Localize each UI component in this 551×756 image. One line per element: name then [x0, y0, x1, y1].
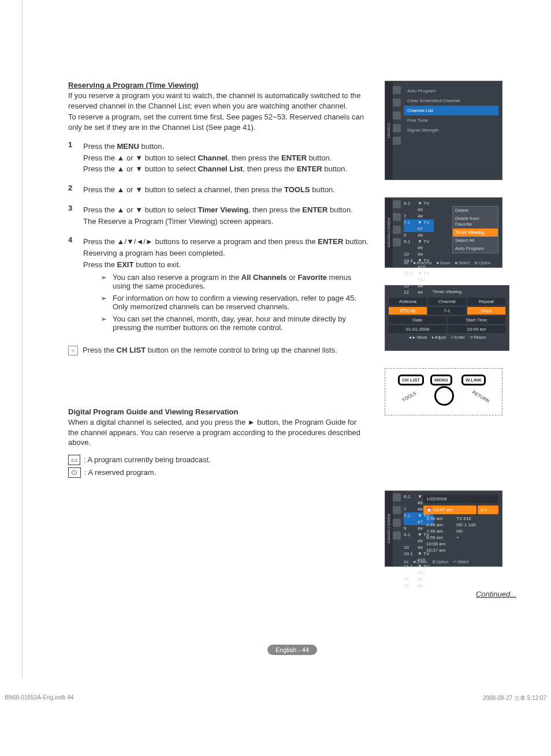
- remote-dpad-icon: [434, 386, 454, 406]
- footer-timestamp: 2008-08-27 오후 5:12:07: [483, 694, 546, 702]
- remote-label-tools: TOOLS: [401, 391, 418, 403]
- menu-item[interactable]: Auto Program: [404, 86, 498, 96]
- remote-btn-wlink[interactable]: W.LINK: [461, 375, 486, 386]
- hand-icon: ☜: [68, 346, 78, 355]
- figure-channel-menu: Channel Auto Program Clear Scrambled Cha…: [385, 81, 502, 180]
- step-3: 3 Press the ▲ or ▼ button to select Time…: [68, 204, 368, 227]
- continued: Continued...: [68, 590, 516, 598]
- menu-item[interactable]: Fine Tune: [404, 115, 498, 125]
- footer-file: BN68-01653A-Eng.indb 44: [5, 694, 74, 702]
- remote-label-return: RETURN: [471, 390, 490, 403]
- heading-reserving: Reserving a Program (Time Viewing): [68, 81, 368, 89]
- menu-icon: [393, 99, 401, 107]
- heading-digital-guide: Digital Program Guide and Viewing Reserv…: [68, 407, 368, 416]
- step-4: 4 Press the ▲/▼/◄/► buttons to reserve a…: [68, 235, 368, 332]
- menu-icon: [393, 111, 401, 119]
- legend: ▭: A program currently being broadcast. …: [68, 455, 368, 478]
- menu-icon: [393, 137, 401, 145]
- menu-icon: [393, 86, 401, 94]
- reserved-icon: ⏲: [68, 467, 81, 478]
- menu-item[interactable]: Clear Scrambled Channel: [404, 96, 498, 106]
- guide-selected-time[interactable]: ⏰ 12:47 am: [423, 506, 476, 514]
- page-number: English - 44: [267, 645, 317, 655]
- tools-popup: DeleteDelete from FavoriteTimer ViewingS…: [452, 206, 498, 253]
- note-arrow-icon: ➢: [100, 273, 107, 290]
- step-2: 2 Press the ▲ or ▼ button to select a ch…: [68, 184, 368, 196]
- figure-remote: CH LIST MENU W.LINK TOOLS RETURN: [385, 368, 502, 416]
- note-arrow-icon: ➢: [100, 315, 107, 332]
- note-arrow-icon: ➢: [100, 294, 107, 311]
- intro-2: To reserve a program, set the current ti…: [68, 112, 368, 132]
- remote-btn-chlist[interactable]: CH LIST: [398, 375, 424, 386]
- menu-item-selected[interactable]: Channel List: [404, 106, 498, 115]
- figures-column: Channel Auto Program Clear Scrambled Cha…: [385, 81, 501, 567]
- remote-btn-menu[interactable]: MENU: [430, 375, 452, 386]
- menu-item[interactable]: Signal Strength: [404, 125, 498, 135]
- intro-1: If you reserve a program you want to wat…: [68, 91, 368, 111]
- figure-channel-list-tools: Added Channels 6-1▼ TV #67Air7-1▼ TV #79…: [385, 197, 502, 268]
- figure-program-guide: Added Channels 6-1▼ TV #67Air7-1▼ TV #79…: [385, 491, 502, 567]
- broadcast-icon: ▭: [68, 455, 80, 465]
- digital-guide-text: When a digital channel is selected, and …: [68, 417, 368, 448]
- step-1: 1 Press the MENU button. Press the ▲ or …: [68, 140, 368, 175]
- hint-chlist: ☜ Press the CH LIST button on the remote…: [68, 346, 368, 355]
- guide-date: 1/22/2008: [423, 495, 498, 503]
- menu-icon: [393, 124, 401, 132]
- main-content: Reserving a Program (Time Viewing) If yo…: [68, 81, 368, 567]
